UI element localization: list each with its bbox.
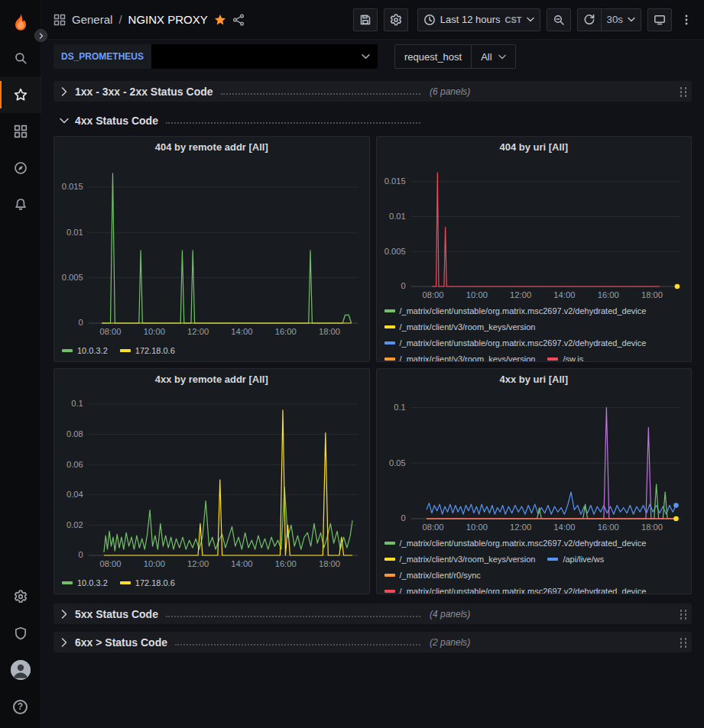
svg-text:0.015: 0.015: [62, 182, 83, 191]
share-icon[interactable]: [232, 14, 245, 26]
kebab-menu-button[interactable]: [678, 8, 695, 31]
request-host-variable-label[interactable]: request_host: [394, 44, 472, 69]
favorite-star-icon[interactable]: [214, 14, 226, 26]
panel-404-by-remote-addr: 404 by remote addr [All] 00.0050.010.015…: [54, 136, 370, 362]
sidebar-item-starred[interactable]: [0, 76, 41, 113]
sidebar-item-search[interactable]: [0, 40, 41, 76]
svg-text:0.06: 0.06: [67, 460, 83, 469]
row-panel-count: (6 panels): [430, 86, 470, 97]
legend-item[interactable]: 10.0.3.2: [62, 343, 108, 358]
refresh-button[interactable]: [577, 8, 602, 31]
row-drag-handle[interactable]: [678, 608, 687, 620]
breadcrumb: General / NGINX PROXY: [54, 13, 245, 26]
time-range-label: Last 12 hours: [440, 14, 501, 25]
svg-text:12:00: 12:00: [187, 327, 209, 336]
svg-text:12:00: 12:00: [187, 559, 209, 568]
row-drag-handle[interactable]: [678, 86, 687, 98]
breadcrumb-section[interactable]: General: [72, 13, 112, 26]
request-host-value-text: All: [481, 51, 492, 63]
save-dashboard-button[interactable]: [353, 8, 378, 31]
zoom-out-button[interactable]: [547, 8, 571, 31]
legend-item[interactable]: /_matrix/client/v3/room_keys/version: [384, 552, 536, 567]
legend: /_matrix/client/unstable/org.matrix.msc2…: [377, 534, 692, 594]
legend-item[interactable]: /_matrix/client/v3/room_keys/version: [384, 351, 536, 361]
legend-label: 10.0.3.2: [77, 346, 108, 355]
legend: /_matrix/client/unstable/org.matrix.msc2…: [377, 302, 692, 361]
row-1xx-3xx-2xx[interactable]: 1xx - 3xx - 2xx Status Code (6 panels): [54, 81, 692, 102]
legend-swatch: [384, 325, 395, 328]
panel-title[interactable]: 404 by remote addr [All]: [54, 137, 369, 157]
panel-title[interactable]: 4xx by remote addr [All]: [54, 369, 369, 389]
chevron-down-icon: [498, 54, 506, 60]
sidebar-item-explore[interactable]: [0, 150, 41, 186]
apps-grid-icon: [54, 14, 66, 26]
variables-row: DS_PROMETHEUS request_host All: [41, 40, 704, 73]
timeseries-chart[interactable]: 00.0050.010.01508:0010:0012:0014:0016:00…: [54, 157, 369, 338]
row-drag-handle[interactable]: [678, 636, 687, 649]
row-6xx[interactable]: 6xx > Status Code (2 panels): [54, 632, 692, 652]
legend-label: /sw.js: [563, 354, 583, 361]
legend-label: /_matrix/client/unstable/org.matrix.msc2…: [400, 587, 647, 594]
datasource-variable-value[interactable]: [151, 44, 378, 69]
legend-item[interactable]: 172.18.0.6: [120, 343, 175, 358]
legend-item[interactable]: /_matrix/client/unstable/org.matrix.msc2…: [384, 335, 647, 351]
svg-text:0.08: 0.08: [67, 429, 83, 438]
chevron-down-icon: [362, 53, 370, 60]
refresh-interval-dropdown[interactable]: 30s: [602, 8, 642, 31]
legend-swatch: [547, 358, 558, 361]
legend-swatch: [384, 309, 395, 312]
svg-text:18:00: 18:00: [641, 290, 662, 299]
panel-title[interactable]: 404 by uri [All]: [377, 137, 692, 157]
legend-item[interactable]: /api/live/ws: [547, 552, 604, 567]
sidebar-expand-button[interactable]: [34, 29, 47, 42]
datasource-variable-label[interactable]: DS_PROMETHEUS: [54, 44, 151, 69]
svg-text:0: 0: [401, 514, 405, 523]
star-icon: [14, 88, 28, 102]
time-range-picker[interactable]: Last 12 hours CST: [417, 8, 540, 31]
tv-mode-button[interactable]: [647, 8, 672, 31]
svg-text:0: 0: [79, 551, 83, 560]
sidebar-avatar[interactable]: [0, 652, 41, 688]
legend-swatch: [384, 574, 395, 577]
sidebar-item-configuration[interactable]: [0, 578, 41, 615]
legend-item[interactable]: 10.0.3.2: [62, 575, 108, 590]
svg-text:0.005: 0.005: [384, 247, 405, 256]
legend-item[interactable]: /_matrix/client/unstable/org.matrix.msc2…: [384, 584, 647, 594]
legend-item[interactable]: /_matrix/client/unstable/org.matrix.msc2…: [384, 535, 647, 551]
request-host-variable-value[interactable]: All: [472, 44, 515, 69]
refresh-group: 30s: [577, 8, 642, 31]
sidebar-item-dashboards[interactable]: [0, 113, 41, 150]
dashboard-title[interactable]: NGINX PROXY: [128, 13, 208, 26]
legend-label: /_matrix/client/v3/room_keys/version: [400, 354, 536, 361]
panel-title[interactable]: 4xx by uri [All]: [377, 369, 692, 389]
svg-text:0: 0: [401, 282, 405, 291]
legend-item[interactable]: /sw.js: [547, 351, 583, 361]
timeseries-chart[interactable]: 00.050.108:0010:0012:0014:0016:0018:00: [377, 389, 692, 534]
dashboard-settings-button[interactable]: [384, 8, 408, 31]
legend-item[interactable]: /_matrix/client/unstable/org.matrix.msc2…: [384, 303, 647, 319]
svg-text:10:00: 10:00: [144, 559, 165, 568]
legend-item[interactable]: 172.18.0.6: [120, 575, 175, 590]
legend-swatch: [384, 558, 395, 561]
sidebar-item-alerting[interactable]: [0, 186, 41, 223]
sidebar-item-help[interactable]: ?: [0, 688, 41, 725]
chevron-right-icon: [58, 608, 70, 620]
legend-item[interactable]: /_matrix/client/v3/room_keys/version: [384, 319, 536, 335]
dotted-leader: [166, 616, 420, 617]
save-icon: [359, 14, 371, 26]
legend-item[interactable]: /_matrix/client/r0/sync: [384, 568, 481, 583]
sidebar-item-server-admin[interactable]: [0, 615, 41, 652]
legend-label: /_matrix/client/v3/room_keys/version: [400, 322, 536, 332]
gear-icon: [390, 14, 402, 26]
svg-text:0.1: 0.1: [71, 400, 83, 409]
timeseries-chart[interactable]: 00.020.040.060.080.108:0010:0012:0014:00…: [54, 389, 369, 571]
clock-icon: [423, 14, 436, 26]
row-4xx[interactable]: 4xx Status Code: [54, 112, 692, 130]
flame-icon: [10, 12, 31, 34]
dotted-leader: [166, 122, 420, 124]
shield-icon: [14, 626, 28, 640]
svg-text:10:00: 10:00: [466, 290, 487, 299]
legend: 10.0.3.2172.18.0.6: [54, 338, 369, 361]
timeseries-chart[interactable]: 00.0050.010.01508:0010:0012:0014:0016:00…: [377, 157, 692, 302]
row-5xx[interactable]: 5xx Status Code (4 panels): [54, 603, 692, 624]
